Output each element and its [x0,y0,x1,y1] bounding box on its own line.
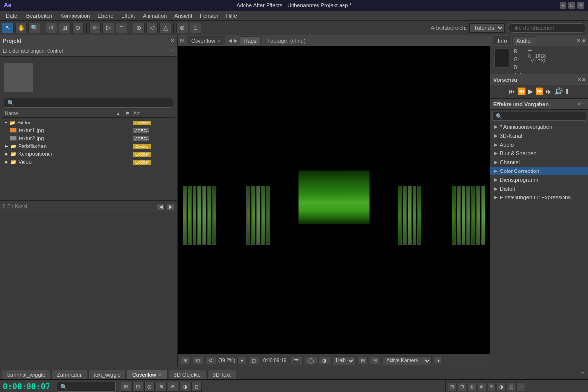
project-panel-close-icon[interactable]: ✕ [171,38,174,43]
layers-search-input[interactable] [57,382,116,392]
ruler-tool-3[interactable]: ◎ [467,382,476,391]
effect-blur-sharpen[interactable]: ▶ Blur & Sharpen [490,149,588,158]
preview-audio-btn[interactable]: 🔊 [554,87,563,95]
effects-presets-menu-icon[interactable]: ≡ [582,101,585,107]
roto-tool[interactable]: △ [159,23,171,33]
comp-tab-raps[interactable]: Raps [240,36,261,45]
pen-tool[interactable]: ✏ [89,23,101,33]
preview-first-btn[interactable]: ⏮ [509,87,515,95]
mask-tool[interactable]: ▷ [102,23,114,33]
effect-expressions[interactable]: ▶ Einstellungen für Expressions [490,193,588,202]
preview-icon[interactable]: ◻ [248,357,259,364]
region-btn[interactable]: ⊡ [193,357,203,364]
help-search-input[interactable] [508,23,586,33]
effect-audio[interactable]: ▶ Audio [490,140,588,149]
ruler-tool-6[interactable]: ◑ [497,382,506,391]
preview-prev-btn[interactable]: ⏪ [517,87,526,95]
tab-bahnhof-wiggle[interactable]: bahnhof_wiggle [2,370,50,379]
effect-distort[interactable]: ▶ Distort [490,184,588,193]
color-btn[interactable]: ◯ [305,357,317,364]
camera-dropdown-btn[interactable]: ▾ [434,357,443,364]
puppet-tool[interactable]: ⊛ [176,23,188,33]
menu-ebene[interactable]: Ebene [94,12,117,20]
rotation-tool[interactable]: ↺ [46,23,57,33]
menu-effekt[interactable]: Effekt [117,12,139,20]
camera-select[interactable]: Aktive Kamera [383,356,432,365]
tab-coverflow-close-icon[interactable]: ✕ [158,372,162,377]
layer-mask-btn[interactable]: ◎ [144,382,155,392]
layer-graph-btn[interactable]: ⊡ [132,382,143,392]
orbit-tool[interactable]: ⊙ [72,23,84,33]
menu-ansicht[interactable]: Ansicht [171,12,196,20]
effect-dienstprogramm[interactable]: ▶ Dienstprogramm [490,175,588,184]
tab-text-wiggle[interactable]: text_wiggle [88,370,126,379]
tree-row-kompositionen[interactable]: ▶ 📁 Kompositionen Ordner [2,150,175,158]
layer-solo-all-btn[interactable]: ⊞ [121,382,131,392]
close-button[interactable]: ✕ [577,2,584,9]
tree-row-textur1[interactable]: textur1.jpg JPEG [7,126,175,134]
select-tool[interactable]: ↖ [2,23,14,33]
footage-menu-icon[interactable]: ≡ [485,38,488,44]
maximize-button[interactable]: □ [568,2,575,9]
camera-tool[interactable]: ⊞ [59,23,71,33]
tree-row-bilder[interactable]: ▾ 📁 Bilder Ordner [2,119,175,126]
layer-comment-btn[interactable]: ◻ [191,382,202,392]
effect-animationsvorgaben[interactable]: ▶ * Animationsvorgaben [490,122,588,131]
hand-tool[interactable]: ✋ [15,23,27,33]
ruler-expand-btn[interactable]: ↔ [516,382,525,391]
menu-animation[interactable]: Animation [139,12,171,20]
reset-btn[interactable]: ↺ [205,357,216,364]
tab-coverflow[interactable]: Coverflow ✕ [127,370,168,379]
effect-channel[interactable]: ▶ Channel [490,158,588,167]
preview-menu-icon[interactable]: ≡ [582,77,585,82]
comp-tab-close-icon[interactable]: ✕ [217,38,221,43]
layer-blend-btn[interactable]: ◑ [179,382,190,392]
tab-3d-text[interactable]: 3D Text [207,370,236,379]
layer-3d-btn[interactable]: ⊕ [156,382,167,392]
pin-tool[interactable]: ⊡ [190,23,201,33]
menu-datei[interactable]: Datei [2,12,23,20]
minimize-button[interactable]: ─ [560,2,566,9]
info-panel-menu-icon[interactable]: ≡ [582,38,585,43]
timeline-menu-icon[interactable]: ≡ [579,368,586,379]
alpha-btn[interactable]: ◑ [319,357,330,364]
effects-presets-close-icon[interactable]: ✕ [577,101,581,107]
info-panel-close-icon[interactable]: ✕ [576,38,580,43]
effect-color-correction[interactable]: ▶ Color Correction [490,167,588,175]
menu-hilfe[interactable]: Hilfe [222,12,241,20]
preview-next-btn[interactable]: ⏩ [535,87,543,95]
eraser-tool[interactable]: ◁ [146,23,158,33]
ruler-tool-7[interactable]: ◻ [507,382,515,391]
brush-tool[interactable]: ◻ [116,23,127,33]
arrow-left-btn[interactable]: ◀ [157,203,165,210]
zoom-tool[interactable]: 🔍 [28,23,40,33]
tab-3d-objekte[interactable]: 3D Objekte [169,370,206,379]
info-tab[interactable]: Info [493,36,511,45]
preview-last-btn[interactable]: ⏭ [545,87,552,95]
ruler-tool-4[interactable]: ⊕ [477,382,486,391]
clone-tool[interactable]: ⊕ [133,23,145,33]
camera-icon-btn[interactable]: 📷 [290,357,303,364]
preview-close-icon[interactable]: ✕ [577,77,581,82]
ruler-tool-2[interactable]: ⊡ [458,382,466,391]
workspace-select[interactable]: Tutorials [469,23,505,33]
tab-zahnraeder[interactable]: Zahnräder [51,370,87,379]
preview-export-btn[interactable]: ⬆ [564,87,570,95]
project-search-input[interactable] [4,98,173,108]
effects-settings-menu-icon[interactable]: ≡ [172,49,174,54]
tree-row-farbflaechen[interactable]: ▶ 📁 Farbflächen Ordner [2,142,175,150]
menu-fenster[interactable]: Fenster [196,12,222,20]
comp-tab-arrow[interactable]: ◀ ▶ [228,38,238,43]
effects-search-input[interactable] [492,112,586,121]
zoom-btn[interactable]: ▾ [237,357,246,364]
quality-icon[interactable]: ⊞ [357,357,368,364]
quality-select[interactable]: Halb [332,356,355,365]
menu-komposition[interactable]: Komposition [56,12,94,20]
ruler-tool-1[interactable]: ⊞ [448,382,457,391]
effect-3d-kanal[interactable]: ▶ 3D-Kanal [490,131,588,140]
menu-bearbeiten[interactable]: Bearbeiten [23,12,56,20]
preview-play-btn[interactable]: ▶ [528,87,533,95]
comp-tab-coverflow[interactable]: Coverflow ✕ [187,36,225,45]
audio-tab[interactable]: Audio [512,36,535,45]
ruler-tool-5[interactable]: ⊛ [487,382,496,391]
